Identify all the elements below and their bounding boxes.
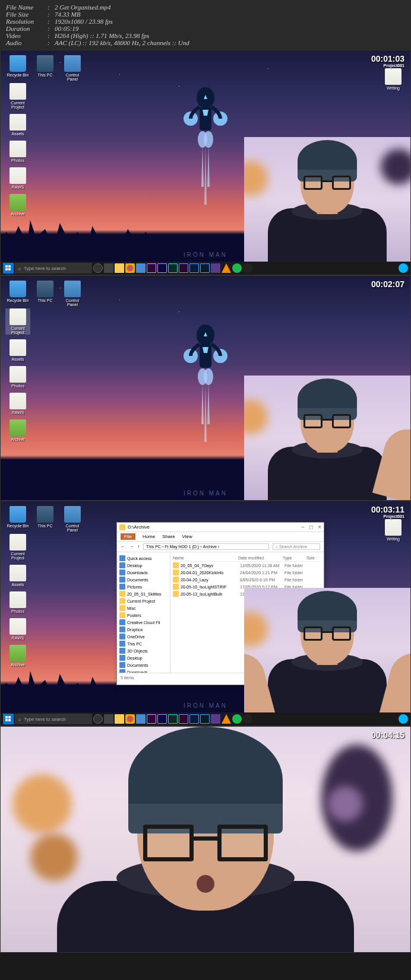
- sidebar-item[interactable]: 3D Objects: [118, 647, 169, 654]
- folder-assets[interactable]: Assets: [5, 339, 30, 361]
- taskbar-logitech[interactable]: [399, 714, 408, 724]
- folder-raws[interactable]: RAWS: [5, 167, 30, 189]
- start-button[interactable]: [3, 263, 14, 273]
- minimize-button[interactable]: −: [301, 524, 305, 530]
- ribbon-view[interactable]: View: [182, 534, 192, 539]
- control-panel-icon[interactable]: Control Panel: [60, 281, 85, 307]
- taskbar-logitech[interactable]: [399, 263, 408, 273]
- taskbar-taskview[interactable]: [104, 263, 113, 273]
- sidebar-item[interactable]: Downloads: [118, 669, 169, 673]
- this-pc-icon[interactable]: This PC: [33, 281, 58, 307]
- taskbar-app1[interactable]: [136, 263, 146, 273]
- control-panel-icon[interactable]: Control Panel: [60, 55, 85, 81]
- taskbar-lightroom[interactable]: [200, 714, 210, 724]
- taskbar-search[interactable]: ⌕Type here to search: [15, 714, 92, 724]
- sidebar-item[interactable]: Desktop: [118, 654, 169, 661]
- taskbar-chrome[interactable]: [125, 714, 135, 724]
- file-row[interactable]: 20-04-20_Lazy8/05/2020 8:19 PMFile folde…: [173, 576, 321, 583]
- folder-current-project[interactable]: Current Project: [5, 83, 30, 109]
- folder-archive[interactable]: Archive: [5, 645, 30, 667]
- explorer-titlebar[interactable]: D:\Archive − □ ×: [117, 523, 324, 532]
- sidebar-item[interactable]: Quick access: [118, 555, 169, 562]
- folder-raws[interactable]: RAWS: [5, 393, 30, 415]
- taskbar-aftereffects[interactable]: [157, 263, 167, 273]
- explorer-search[interactable]: ⌕ Search Archive: [273, 543, 320, 550]
- sidebar-item[interactable]: This PC: [118, 640, 169, 647]
- this-pc-icon[interactable]: This PC: [33, 55, 58, 81]
- sidebar-item[interactable]: Misc: [118, 604, 169, 612]
- taskbar-explorer[interactable]: [115, 714, 124, 724]
- sidebar-item[interactable]: Downloads: [118, 569, 169, 576]
- thumbnail-frame-2: Recycle Bin This PC Control Panel Curren…: [0, 275, 411, 501]
- ribbon-home[interactable]: Home: [143, 534, 155, 539]
- sidebar-item[interactable]: Pictures: [118, 583, 169, 590]
- sidebar-item[interactable]: Documents: [118, 661, 169, 669]
- recycle-bin-icon[interactable]: Recycle Bin: [5, 281, 30, 307]
- folder-archive[interactable]: Archive: [5, 419, 30, 441]
- taskbar-vlc[interactable]: [222, 263, 231, 273]
- folder-archive[interactable]: Archive: [5, 194, 30, 216]
- taskbar-audition[interactable]: [168, 263, 178, 273]
- ribbon-share[interactable]: Share: [162, 534, 175, 539]
- windows-taskbar[interactable]: ⌕Type here to search: [1, 712, 410, 726]
- recycle-bin-icon[interactable]: Recycle Bin: [5, 506, 30, 532]
- maximize-button[interactable]: □: [309, 524, 313, 530]
- taskbar-app1[interactable]: [136, 714, 146, 724]
- taskbar-lightroom[interactable]: [200, 263, 210, 273]
- taskbar-cortana[interactable]: [93, 714, 103, 724]
- sidebar-item[interactable]: Creative Cloud Fil: [118, 619, 169, 626]
- taskbar-mediaencoder[interactable]: [179, 714, 188, 724]
- taskbar-app2[interactable]: [211, 263, 220, 273]
- nav-up-button[interactable]: ↑: [137, 544, 140, 549]
- close-button[interactable]: ×: [318, 524, 321, 530]
- recycle-bin-icon[interactable]: Recycle Bin: [5, 55, 30, 81]
- sidebar-item[interactable]: Posters: [118, 612, 169, 619]
- folder-photos[interactable]: Photos: [5, 141, 30, 163]
- folder-raws[interactable]: RAWS: [5, 618, 30, 640]
- nav-back-button[interactable]: ←: [121, 544, 125, 549]
- taskbar-obs[interactable]: [243, 263, 252, 273]
- taskbar-cortana[interactable]: [93, 263, 103, 273]
- taskbar-premiere[interactable]: [147, 714, 156, 724]
- ribbon-file[interactable]: File: [121, 533, 135, 540]
- taskbar-vlc[interactable]: [222, 714, 231, 724]
- taskbar-premiere[interactable]: [147, 263, 156, 273]
- file-row[interactable]: 20_05_04_7Days12/05/2020 11:28 AMFile fo…: [173, 562, 321, 569]
- folder-current-project[interactable]: Current Project: [5, 534, 30, 560]
- nav-forward-button[interactable]: →: [129, 544, 134, 549]
- control-panel-icon[interactable]: Control Panel: [60, 506, 85, 532]
- this-pc-icon[interactable]: This PC: [33, 506, 58, 532]
- windows-taskbar[interactable]: ⌕Type here to search: [1, 262, 410, 275]
- taskbar-chrome[interactable]: [125, 263, 135, 273]
- taskbar-audition[interactable]: [168, 714, 178, 724]
- folder-writing[interactable]: Writing: [381, 68, 406, 90]
- sidebar-item[interactable]: Desktop: [118, 562, 169, 569]
- taskbar-photoshop[interactable]: [189, 714, 199, 724]
- sidebar-item[interactable]: OneDrive: [118, 633, 169, 640]
- taskbar-search[interactable]: ⌕Type here to search: [15, 263, 92, 273]
- taskbar-obs[interactable]: [243, 714, 252, 724]
- taskbar-explorer[interactable]: [115, 263, 124, 273]
- sidebar-item[interactable]: Current Project: [118, 597, 169, 604]
- breadcrumb[interactable]: This PC › Ft May HDD 1 (D:) › Archive ›: [143, 543, 269, 550]
- folder-writing[interactable]: Writing: [381, 519, 406, 541]
- folder-photos[interactable]: Photos: [5, 591, 30, 613]
- taskbar-mediaencoder[interactable]: [179, 263, 188, 273]
- taskbar-photoshop[interactable]: [189, 263, 199, 273]
- taskbar-app2[interactable]: [211, 714, 220, 724]
- folder-photos[interactable]: Photos: [5, 366, 30, 388]
- taskbar-spotify[interactable]: [232, 263, 242, 273]
- taskbar-spotify[interactable]: [232, 714, 242, 724]
- taskbar-aftereffects[interactable]: [157, 714, 167, 724]
- taskbar-taskview[interactable]: [104, 714, 113, 724]
- folder-assets[interactable]: Assets: [5, 565, 30, 587]
- file-row[interactable]: 20-04-01_2020KickInfo24/04/2020 1:21 PMF…: [173, 569, 321, 576]
- sidebar-item[interactable]: Dropbox: [118, 626, 169, 633]
- sidebar-item[interactable]: 20_05_01_Skittles: [118, 590, 169, 597]
- folder-current-project[interactable]: Current Project: [5, 308, 30, 335]
- sidebar-item[interactable]: Documents: [118, 576, 169, 583]
- explorer-sidebar[interactable]: Quick accessDesktopDownloadsDocumentsPic…: [117, 552, 170, 673]
- column-headers[interactable]: NameDate modifiedTypeSize: [173, 555, 321, 562]
- start-button[interactable]: [3, 714, 14, 724]
- folder-assets[interactable]: Assets: [5, 114, 30, 136]
